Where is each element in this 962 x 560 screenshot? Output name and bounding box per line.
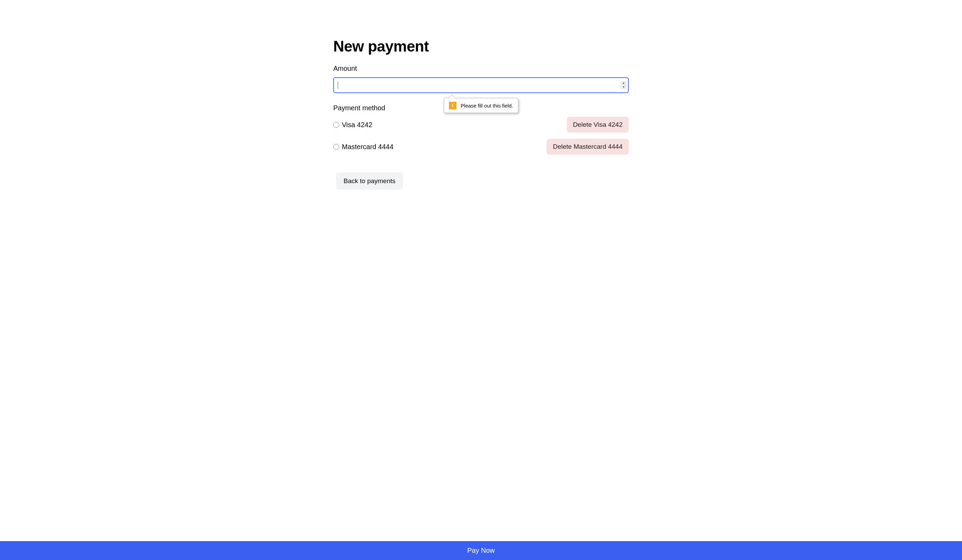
validation-tooltip: ! Please fill out this field. xyxy=(444,98,518,113)
radio-visa[interactable] xyxy=(333,122,339,128)
pay-now-button[interactable]: Pay Now xyxy=(0,541,962,560)
payment-method-row: Visa 4242 Delete Visa 4242 xyxy=(333,117,629,132)
payment-option-label: Visa 4242 xyxy=(342,121,373,129)
radio-mastercard[interactable] xyxy=(333,144,339,150)
validation-message: Please fill out this field. xyxy=(461,103,513,108)
spinner-down-button[interactable]: ▼ xyxy=(620,85,627,89)
chevron-down-icon: ▼ xyxy=(622,86,625,89)
chevron-up-icon: ▲ xyxy=(622,82,625,84)
radio-label-visa[interactable]: Visa 4242 xyxy=(333,121,373,129)
amount-input[interactable] xyxy=(333,77,629,93)
number-spinner: ▲ ▼ xyxy=(620,81,627,89)
delete-visa-button[interactable]: Delete Visa 4242 xyxy=(567,117,629,132)
page-title: New payment xyxy=(333,38,629,55)
spinner-up-button[interactable]: ▲ xyxy=(620,81,627,85)
payment-method-row: Mastercard 4444 Delete Mastercard 4444 xyxy=(333,139,629,155)
text-caret xyxy=(338,82,338,89)
amount-input-wrapper: ▲ ▼ ! Please fill out this field. xyxy=(333,77,629,93)
payment-option-label: Mastercard 4444 xyxy=(342,143,393,151)
warning-icon: ! xyxy=(449,102,457,109)
payment-methods-list: Visa 4242 Delete Visa 4242 Mastercard 44… xyxy=(333,117,629,155)
amount-label: Amount xyxy=(333,65,629,73)
back-to-payments-button[interactable]: Back to payments xyxy=(336,173,403,190)
radio-label-mastercard[interactable]: Mastercard 4444 xyxy=(333,143,393,151)
delete-mastercard-button[interactable]: Delete Mastercard 4444 xyxy=(547,139,629,155)
